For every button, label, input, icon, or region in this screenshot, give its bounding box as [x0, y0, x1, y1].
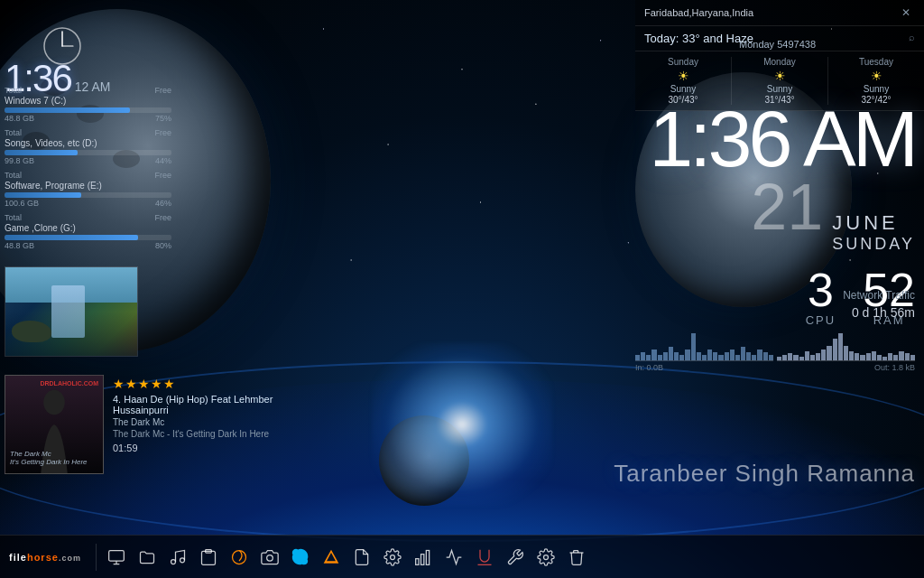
chart-bar-in-9	[685, 350, 689, 360]
chart-bar-out-22	[899, 351, 903, 360]
drive-header-1: Total Free	[5, 128, 171, 137]
music-artist: The Dark Mc	[113, 417, 311, 427]
weather-today-label: Today:	[644, 32, 679, 45]
taskbar-icon-vlc[interactable]	[317, 543, 346, 572]
weather-day-desc-1: Sunny	[736, 84, 823, 94]
chart-bar-out-12	[844, 346, 848, 360]
drive-total-label-1: Total	[5, 128, 22, 137]
drive-total-label-0: Total	[5, 86, 22, 95]
album-art: DRDLAHOLIC.COM The Dark McIt's Getting D…	[5, 375, 104, 474]
taskbar-icon-folder[interactable]	[133, 543, 162, 572]
taskbar-icon-chart[interactable]	[439, 543, 468, 572]
chart-bar-in-4	[658, 355, 662, 360]
chart-bar-out-7	[816, 353, 820, 360]
monday-badge: Monday 5497438	[739, 39, 816, 50]
chart-bar-out-20	[888, 353, 892, 360]
main-month-day: JUNE SUNDAY	[832, 211, 915, 254]
weather-location: Faridabad,Haryana,India	[644, 7, 753, 18]
taskbar-separator	[96, 544, 97, 571]
chart-bar-in-0	[635, 355, 640, 360]
drive-total-label-2: Total	[5, 171, 22, 180]
chart-bar-out-9	[827, 346, 831, 360]
svg-rect-14	[416, 558, 419, 564]
chart-bar-out-11	[838, 333, 843, 360]
main-month: JUNE	[832, 211, 898, 235]
taskbar-icon-settings[interactable]	[531, 543, 560, 572]
chart-bar-in-11	[697, 352, 701, 360]
chart-bar-out-19	[882, 357, 887, 360]
weather-day-icon-2: ☀	[833, 69, 919, 83]
drive-bar-bg-2	[5, 192, 171, 198]
chart-bar-out-5	[805, 351, 809, 360]
user-name: Taranbeer Singh Ramanna	[614, 460, 915, 488]
drive-percent-3: 80%	[155, 241, 171, 250]
chart-bar-in-6	[669, 347, 673, 360]
chart-bar-in-15	[718, 355, 723, 360]
chart-bar-in-24	[769, 355, 773, 360]
taskbar-icon-tools[interactable]	[501, 543, 530, 572]
music-info: ★★★★★ 4. Haan De (Hip Hop) Feat Lehmber …	[113, 375, 311, 453]
chart-bar-in-7	[674, 352, 679, 360]
taskbar-icon-music[interactable]	[163, 543, 192, 572]
taskbar-icon-files[interactable]	[347, 543, 376, 572]
chart-bar-out-16	[866, 353, 871, 360]
taskbar-icon-trash[interactable]	[562, 543, 591, 572]
chart-bar-out-24	[910, 355, 915, 360]
drive-label-3: Game ,Clone (G:)	[5, 223, 171, 233]
chart-bar-in-1	[641, 352, 645, 360]
chart-bar-in-22	[757, 350, 762, 360]
drive-bar-bg-0	[5, 107, 171, 113]
svg-point-7	[171, 559, 175, 564]
drive-percent-0: 75%	[155, 114, 171, 123]
drive-stats-0: 48.8 GB 75%	[5, 114, 171, 123]
chart-bar-in-10	[691, 333, 696, 360]
drive-header-2: Total Free	[5, 171, 171, 180]
chart-bar-out-15	[860, 355, 864, 360]
svg-rect-15	[420, 554, 423, 564]
svg-point-8	[180, 557, 184, 562]
main-day-number: 21	[751, 174, 823, 239]
taskbar-icon-gear[interactable]	[378, 543, 407, 572]
main-date-row: 21 JUNE SUNDAY	[649, 174, 915, 254]
chart-bar-in-19	[741, 347, 745, 360]
drive-label-2: Software, Programe (E:)	[5, 181, 171, 191]
drive-size-2: 100.6 GB	[5, 199, 39, 208]
drive-row-0: Total Free Windows 7 (C:) 48.8 GB 75%	[5, 86, 171, 123]
album-brand: DRDLAHOLIC.COM	[40, 380, 98, 387]
album-art-title: The Dark McIt's Getting Dark In Here	[10, 450, 98, 466]
drive-free-label-0: Free	[154, 86, 171, 95]
music-album: The Dark Mc - It's Getting Dark In Here	[113, 429, 311, 439]
weather-close-button[interactable]: ✕	[897, 5, 915, 21]
drive-bar-bg-1	[5, 150, 171, 155]
taskbar-icon-camera[interactable]	[255, 543, 284, 572]
taskbar-brand: filehorse.com	[9, 552, 81, 563]
taskbar-icon-ubar[interactable]	[470, 543, 499, 572]
taskbar-icon-clipboard[interactable]	[194, 543, 223, 572]
drive-size-3: 48.8 GB	[5, 241, 34, 250]
main-clock-widget: 1:36 AM 21 JUNE SUNDAY	[649, 99, 915, 254]
chart-bar-out-14	[855, 353, 859, 360]
photo-widget	[5, 266, 138, 357]
chart-bar-in-3	[651, 350, 656, 360]
chart-bar-out-4	[799, 357, 804, 360]
taskbar-icon-barchart[interactable]	[409, 543, 438, 572]
drive-percent-2: 46%	[155, 199, 171, 208]
drive-row-1: Total Free Songs, Videos, etc (D:) 99.8 …	[5, 128, 171, 165]
drive-bar-bg-3	[5, 235, 171, 240]
drive-bar-fill-0	[5, 107, 130, 113]
chart-bar-out-13	[849, 351, 854, 360]
chart-bar-in-23	[763, 352, 768, 360]
drive-free-label-3: Free	[154, 213, 171, 222]
drive-stats-1: 99.8 GB 44%	[5, 156, 171, 165]
chart-bar-in-13	[707, 350, 712, 360]
weather-day-name-2: Tuesday	[833, 57, 919, 67]
taskbar-icon-firefox[interactable]	[225, 543, 254, 572]
taskbar-icon-monitor[interactable]	[102, 543, 131, 572]
taskbar-icon-skype[interactable]	[286, 543, 315, 572]
drive-size-0: 48.8 GB	[5, 114, 34, 123]
svg-rect-6	[109, 550, 125, 561]
network-in-label: In: 0.0B	[635, 363, 663, 372]
music-stars: ★★★★★	[113, 377, 311, 391]
network-labels: In: 0.0B Out: 1.8 kB	[635, 363, 915, 372]
analog-clock-icon	[41, 24, 84, 68]
